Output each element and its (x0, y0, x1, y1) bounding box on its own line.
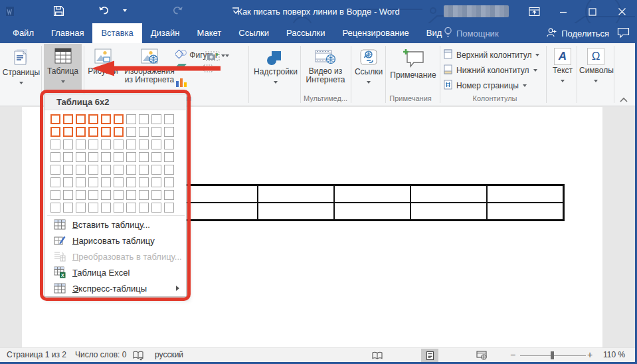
table-size-cell[interactable] (151, 190, 161, 200)
zoom-slider-thumb[interactable] (551, 351, 554, 359)
table-size-cell[interactable] (50, 127, 60, 137)
table-size-cell[interactable] (151, 127, 161, 137)
addins-button[interactable]: Надстройки (252, 45, 299, 90)
table-size-cell[interactable] (114, 139, 124, 149)
table-size-cell[interactable] (139, 190, 149, 200)
symbols-button[interactable]: Ω Символы (579, 45, 612, 90)
table-size-cell[interactable] (63, 127, 73, 137)
document-table-cell[interactable] (334, 185, 410, 203)
table-size-cell[interactable] (88, 165, 98, 175)
table-size-cell[interactable] (114, 114, 124, 124)
pictures-button[interactable]: Рисунки (84, 45, 122, 90)
comments-button[interactable] (617, 27, 632, 39)
document-table-cell[interactable] (487, 185, 563, 203)
zoom-out-button[interactable]: − (510, 348, 515, 363)
table-size-cell[interactable] (76, 165, 86, 175)
table-size-cell[interactable] (114, 165, 124, 175)
table-size-cell[interactable] (63, 203, 73, 213)
table-size-cell[interactable] (50, 165, 60, 175)
table-size-cell[interactable] (164, 152, 174, 162)
table-size-cell[interactable] (101, 114, 111, 124)
document-table-cell[interactable] (175, 203, 258, 220)
table-size-cell[interactable] (88, 177, 98, 187)
table-size-cell[interactable] (63, 139, 73, 149)
table-size-cell[interactable] (88, 127, 98, 137)
minimize-button[interactable] (548, 0, 579, 23)
table-size-cell[interactable] (101, 165, 111, 175)
table-size-cell[interactable] (139, 203, 149, 213)
excel-spreadsheet-menu-item[interactable]: X Таблица Excel (46, 264, 186, 280)
assistant-button[interactable]: Помощник (444, 23, 499, 43)
table-size-cell[interactable] (114, 127, 124, 137)
table-size-cell[interactable] (126, 127, 136, 137)
table-size-cell[interactable] (164, 127, 174, 137)
table-size-cell[interactable] (101, 203, 111, 213)
table-size-cell[interactable] (114, 190, 124, 200)
table-size-cell[interactable] (164, 203, 174, 213)
screenshot-dropdown-arrow[interactable] (225, 54, 229, 57)
table-size-cell[interactable] (76, 152, 86, 162)
table-size-cell[interactable] (139, 114, 149, 124)
chart-icon[interactable] (175, 76, 188, 90)
table-size-cell[interactable] (139, 127, 149, 137)
table-size-cell[interactable] (151, 152, 161, 162)
table-size-cell[interactable] (126, 114, 136, 124)
table-size-cell[interactable] (114, 177, 124, 187)
table-size-cell[interactable] (139, 165, 149, 175)
table-size-cell[interactable] (114, 203, 124, 213)
table-size-cell[interactable] (88, 139, 98, 149)
tab-references[interactable]: Ссылки (230, 23, 278, 43)
table-size-cell[interactable] (50, 152, 60, 162)
tab-review[interactable]: Рецензирование (333, 23, 417, 43)
table-size-cell[interactable] (114, 152, 124, 162)
table-size-cell[interactable] (88, 203, 98, 213)
table-size-cell[interactable] (76, 127, 86, 137)
document-table-cell[interactable] (334, 203, 410, 220)
document-table-cell[interactable] (410, 185, 487, 203)
header-button[interactable]: Верхний колонтитул (444, 48, 539, 62)
table-size-cell[interactable] (151, 177, 161, 187)
table-size-cell[interactable] (63, 177, 73, 187)
table-size-cell[interactable] (63, 152, 73, 162)
table-size-cell[interactable] (101, 177, 111, 187)
table-size-cell[interactable] (151, 114, 161, 124)
table-size-cell[interactable] (164, 190, 174, 200)
screen-clipping-icon[interactable] (203, 63, 213, 75)
table-size-cell[interactable] (164, 177, 174, 187)
close-button[interactable] (606, 0, 637, 23)
table-size-cell[interactable] (63, 190, 73, 200)
online-video-button[interactable]: Видео из Интернета (302, 45, 349, 90)
new-comment-button[interactable]: Примечание (389, 45, 438, 90)
table-size-cell[interactable] (50, 177, 60, 187)
table-size-cell[interactable] (50, 139, 60, 149)
footer-button[interactable]: Нижний колонтитул (444, 64, 537, 77)
table-size-cell[interactable] (50, 203, 60, 213)
table-size-cell[interactable] (63, 114, 73, 124)
word-count[interactable]: Число слов: 0 (75, 348, 126, 363)
read-mode-button[interactable] (369, 349, 386, 362)
table-size-cell[interactable] (101, 152, 111, 162)
table-size-cell[interactable] (139, 152, 149, 162)
table-size-cell[interactable] (164, 139, 174, 149)
table-size-cell[interactable] (101, 139, 111, 149)
table-button[interactable]: Таблица (44, 44, 82, 90)
page-number-button[interactable]: Номер страницы (444, 79, 527, 92)
table-size-cell[interactable] (88, 114, 98, 124)
insert-table-menu-item[interactable]: Вставить таблицу... (46, 217, 186, 232)
table-size-cell[interactable] (126, 139, 136, 149)
draw-table-menu-item[interactable]: Нарисовать таблицу (46, 232, 186, 248)
table-size-cell[interactable] (63, 165, 73, 175)
ribbon-display-options-button[interactable] (519, 0, 549, 23)
table-size-cell[interactable] (164, 114, 174, 124)
table-size-cell[interactable] (164, 165, 174, 175)
table-size-cell[interactable] (101, 127, 111, 137)
table-size-cell[interactable] (151, 165, 161, 175)
table-size-cell[interactable] (88, 190, 98, 200)
table-size-cell[interactable] (76, 114, 86, 124)
document-table-cell[interactable] (258, 203, 334, 220)
table-size-cell[interactable] (101, 190, 111, 200)
tab-design[interactable]: Дизайн (142, 23, 189, 43)
table-size-cell[interactable] (126, 190, 136, 200)
table-size-cell[interactable] (139, 139, 149, 149)
table-size-cell[interactable] (76, 139, 86, 149)
